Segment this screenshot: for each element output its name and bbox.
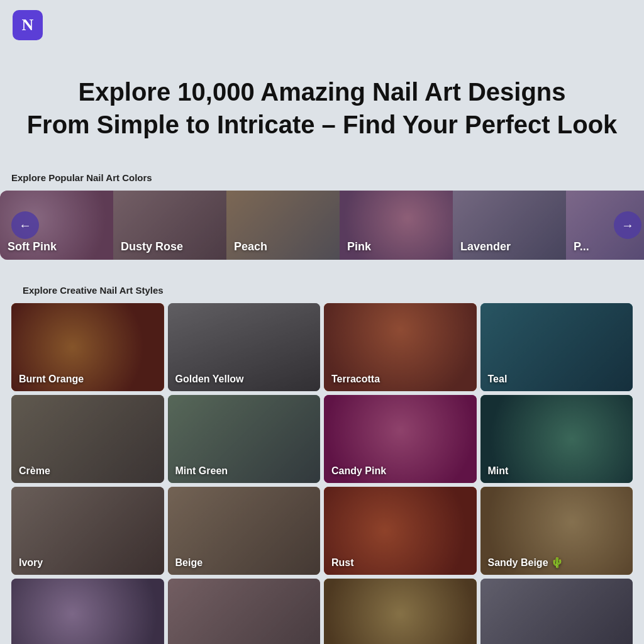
style-label-burnt-orange: Burnt Orange <box>19 374 84 385</box>
style-card-rust[interactable]: Rust <box>324 487 477 575</box>
styles-section: Explore Creative Nail Art Styles Burnt O… <box>0 285 644 644</box>
color-label-peach: Peach <box>234 240 267 253</box>
style-label-creme: Crème <box>19 465 50 477</box>
color-label-pink: Pink <box>347 240 371 253</box>
carousel-wrapper: ← Soft Pink Dusty Rose Peach Pink <box>0 191 644 260</box>
color-label-lavender: Lavender <box>460 240 511 253</box>
style-label-mint: Mint <box>488 465 509 477</box>
style-card-mint-green[interactable]: Mint Green <box>168 395 321 483</box>
style-label-ivory: Ivory <box>19 557 43 569</box>
carousel-track: Soft Pink Dusty Rose Peach Pink Lavender <box>0 191 644 260</box>
color-card-pink[interactable]: Pink <box>340 191 453 260</box>
style-label-beige: Beige <box>175 557 203 569</box>
color-label-dusty-rose: Dusty Rose <box>121 240 183 253</box>
style-card-creme[interactable]: Crème <box>11 395 164 483</box>
style-card-bottom2[interactable] <box>168 579 321 644</box>
hero-title: Explore 10,000 Amazing Nail Art Designs … <box>13 75 631 141</box>
style-label-terracotta: Terracotta <box>331 374 380 385</box>
style-card-burnt-orange[interactable]: Burnt Orange <box>11 303 164 391</box>
style-card-terracotta[interactable]: Terracotta <box>324 303 477 391</box>
colors-section: Explore Popular Nail Art Colors ← Soft P… <box>0 172 644 260</box>
style-card-teal[interactable]: Teal <box>480 303 633 391</box>
style-card-bottom1[interactable] <box>11 579 164 644</box>
color-card-lavender[interactable]: Lavender <box>453 191 566 260</box>
style-label-sandy-beige: Sandy Beige 🌵 <box>488 557 564 569</box>
style-label-mint-green: Mint Green <box>175 465 228 477</box>
style-card-beige[interactable]: Beige <box>168 487 321 575</box>
style-label-candy-pink: Candy Pink <box>331 465 386 477</box>
style-card-sandy-beige[interactable]: Sandy Beige 🌵 <box>480 487 633 575</box>
carousel-arrow-right[interactable]: → <box>614 211 641 239</box>
styles-section-title: Explore Creative Nail Art Styles <box>11 285 633 303</box>
style-label-golden-yellow: Golden Yellow <box>175 374 244 385</box>
style-card-bottom3[interactable] <box>324 579 477 644</box>
app-icon: N <box>13 10 43 40</box>
color-label-soft-pink: Soft Pink <box>8 240 57 253</box>
colors-section-title: Explore Popular Nail Art Colors <box>0 172 644 191</box>
hero-section: Explore 10,000 Amazing Nail Art Designs … <box>0 50 644 172</box>
color-card-dusty-rose[interactable]: Dusty Rose <box>113 191 226 260</box>
style-label-rust: Rust <box>331 557 354 569</box>
style-card-bottom4[interactable] <box>480 579 633 644</box>
style-card-golden-yellow[interactable]: Golden Yellow <box>168 303 321 391</box>
style-card-ivory[interactable]: Ivory <box>11 487 164 575</box>
color-label-pw: P... <box>574 240 589 253</box>
styles-grid: Burnt Orange Golden Yellow Terracotta Te… <box>11 303 633 644</box>
style-label-teal: Teal <box>488 374 508 385</box>
top-bar: N <box>0 0 644 50</box>
style-card-candy-pink[interactable]: Candy Pink <box>324 395 477 483</box>
style-card-mint[interactable]: Mint <box>480 395 633 483</box>
carousel-arrow-left[interactable]: ← <box>11 211 39 239</box>
color-card-peach[interactable]: Peach <box>226 191 340 260</box>
